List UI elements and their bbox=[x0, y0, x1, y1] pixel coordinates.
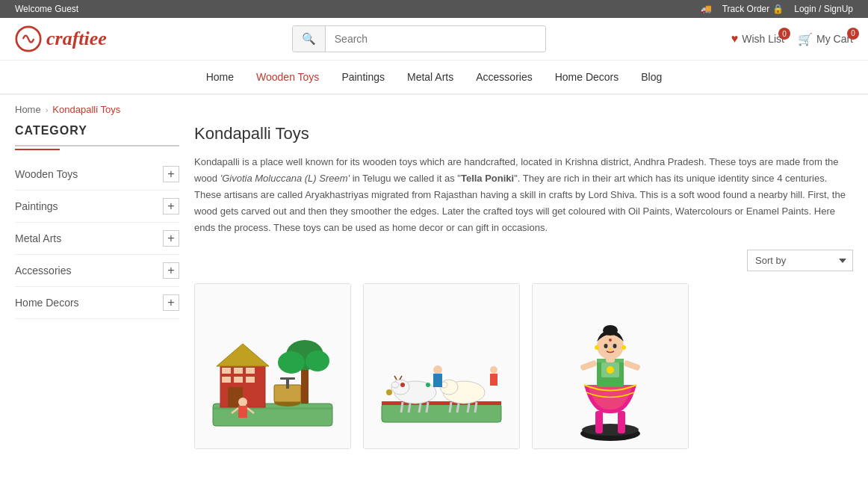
sort-bar: Sort by Price: Low to High Price: High t… bbox=[194, 250, 853, 271]
main-nav: Home Wooden Toys Paintings Metal Arts Ac… bbox=[0, 61, 868, 95]
sidebar-label-accessories: Accessories bbox=[15, 265, 71, 277]
heart-icon: ♥ bbox=[731, 32, 739, 46]
content-description: Kondapalli is a place well known for its… bbox=[194, 154, 853, 236]
logo-text: craftiee bbox=[46, 28, 107, 50]
sidebar-expand-paintings[interactable]: + bbox=[163, 198, 179, 214]
svg-rect-57 bbox=[580, 360, 597, 371]
logo[interactable]: craftiee bbox=[15, 25, 107, 52]
svg-point-65 bbox=[609, 348, 612, 350]
lock-icon: 🔒 bbox=[772, 4, 784, 14]
sidebar-item-paintings[interactable]: Paintings + bbox=[15, 191, 179, 223]
product-image-area-1 bbox=[195, 284, 350, 448]
svg-point-18 bbox=[278, 351, 305, 374]
svg-rect-21 bbox=[238, 406, 247, 418]
cart-item[interactable]: 🛒 My Cart 0 bbox=[798, 32, 853, 46]
page-title: Kondapalli Toys bbox=[194, 124, 853, 143]
nav-metal-arts[interactable]: Metal Arts bbox=[407, 70, 453, 84]
sidebar-item-accessories[interactable]: Accessories + bbox=[15, 255, 179, 287]
svg-point-61 bbox=[603, 325, 618, 336]
svg-rect-58 bbox=[623, 360, 640, 371]
svg-rect-9 bbox=[246, 377, 255, 383]
track-order-link[interactable]: Track Order bbox=[722, 4, 770, 14]
svg-marker-11 bbox=[217, 344, 269, 366]
login-link[interactable]: Login / SignUp bbox=[794, 4, 853, 14]
product-card-2[interactable] bbox=[363, 283, 520, 449]
nav-wooden-toys[interactable]: Wooden Toys bbox=[256, 70, 319, 84]
svg-line-34 bbox=[400, 376, 402, 380]
sidebar-label-home-decors: Home Decors bbox=[15, 297, 79, 309]
search-button[interactable]: 🔍 bbox=[293, 26, 326, 52]
cart-badge: 0 bbox=[847, 28, 859, 40]
sidebar-label-wooden-toys: Wooden Toys bbox=[15, 168, 78, 180]
svg-point-67 bbox=[621, 345, 626, 350]
breadcrumb-arrow: › bbox=[46, 105, 49, 114]
search-input[interactable] bbox=[326, 27, 545, 51]
svg-point-47 bbox=[400, 383, 405, 387]
svg-rect-4 bbox=[222, 368, 231, 374]
svg-line-39 bbox=[468, 404, 469, 413]
sidebar-expand-home-decors[interactable]: + bbox=[163, 294, 179, 311]
search-bar: 🔍 bbox=[292, 25, 546, 52]
breadcrumb-home[interactable]: Home bbox=[15, 104, 41, 115]
svg-point-63 bbox=[613, 344, 617, 348]
sidebar: CATEGORY Wooden Toys + Paintings + Metal… bbox=[15, 124, 179, 449]
product-card-3[interactable] bbox=[532, 283, 689, 449]
svg-point-19 bbox=[306, 350, 329, 371]
svg-point-62 bbox=[604, 344, 608, 348]
content-area: Kondapalli Toys Kondapalli is a place we… bbox=[194, 124, 853, 449]
sidebar-expand-metal-arts[interactable]: + bbox=[163, 230, 179, 247]
svg-line-37 bbox=[450, 402, 451, 413]
header: craftiee 🔍 ♥ Wish List 0 🛒 My Cart 0 bbox=[0, 18, 868, 61]
sidebar-item-home-decors[interactable]: Home Decors + bbox=[15, 287, 179, 319]
sidebar-item-metal-arts[interactable]: Metal Arts + bbox=[15, 223, 179, 255]
svg-line-38 bbox=[457, 404, 459, 413]
wishlist-item[interactable]: ♥ Wish List 0 bbox=[731, 32, 784, 46]
svg-rect-51 bbox=[595, 411, 603, 433]
sidebar-label-metal-arts: Metal Arts bbox=[15, 232, 61, 244]
sidebar-expand-wooden-toys[interactable]: + bbox=[163, 166, 179, 182]
svg-rect-6 bbox=[246, 368, 255, 374]
nav-blog[interactable]: Blog bbox=[641, 70, 662, 84]
svg-point-56 bbox=[607, 366, 614, 374]
nav-accessories[interactable]: Accessories bbox=[476, 70, 532, 84]
svg-line-33 bbox=[394, 376, 397, 380]
svg-rect-52 bbox=[618, 411, 625, 433]
top-bar-right: 🚚 Track Order 🔒 Login / SignUp bbox=[701, 4, 853, 14]
product-image-1 bbox=[205, 291, 340, 441]
svg-point-20 bbox=[238, 398, 247, 407]
product-image-2 bbox=[374, 299, 509, 433]
svg-rect-7 bbox=[222, 377, 231, 383]
svg-point-44 bbox=[490, 366, 497, 374]
svg-rect-5 bbox=[234, 368, 243, 374]
product-grid bbox=[194, 283, 853, 449]
product-card-1[interactable] bbox=[194, 283, 351, 449]
sidebar-item-wooden-toys[interactable]: Wooden Toys + bbox=[15, 158, 179, 191]
logo-icon bbox=[15, 25, 42, 52]
sidebar-label-paintings: Paintings bbox=[15, 200, 58, 212]
svg-rect-16 bbox=[301, 366, 309, 404]
header-right: ♥ Wish List 0 🛒 My Cart 0 bbox=[731, 32, 853, 46]
svg-point-46 bbox=[386, 389, 392, 395]
svg-point-32 bbox=[391, 382, 399, 388]
svg-rect-43 bbox=[433, 374, 442, 387]
product-image-area-3 bbox=[533, 284, 688, 448]
nav-home[interactable]: Home bbox=[206, 70, 234, 84]
svg-point-50 bbox=[582, 424, 639, 436]
svg-rect-8 bbox=[234, 377, 243, 383]
product-image-area-2 bbox=[364, 284, 519, 448]
main-content: CATEGORY Wooden Toys + Paintings + Metal… bbox=[0, 124, 868, 472]
svg-rect-15 bbox=[280, 377, 295, 380]
svg-line-40 bbox=[475, 402, 477, 413]
nav-paintings[interactable]: Paintings bbox=[341, 70, 385, 84]
svg-line-31 bbox=[427, 402, 428, 413]
cart-icon: 🛒 bbox=[798, 32, 813, 46]
top-bar: Welcome Guest 🚚 Track Order 🔒 Login / Si… bbox=[0, 0, 868, 18]
breadcrumb: Home › Kondapalli Toys bbox=[0, 95, 868, 124]
product-image-3 bbox=[551, 288, 670, 445]
sort-select[interactable]: Sort by Price: Low to High Price: High t… bbox=[747, 250, 853, 271]
sidebar-expand-accessories[interactable]: + bbox=[163, 262, 179, 279]
nav-home-decors[interactable]: Home Decors bbox=[555, 70, 619, 84]
svg-line-30 bbox=[419, 404, 421, 413]
svg-point-42 bbox=[433, 365, 442, 374]
wishlist-badge: 0 bbox=[778, 28, 790, 40]
